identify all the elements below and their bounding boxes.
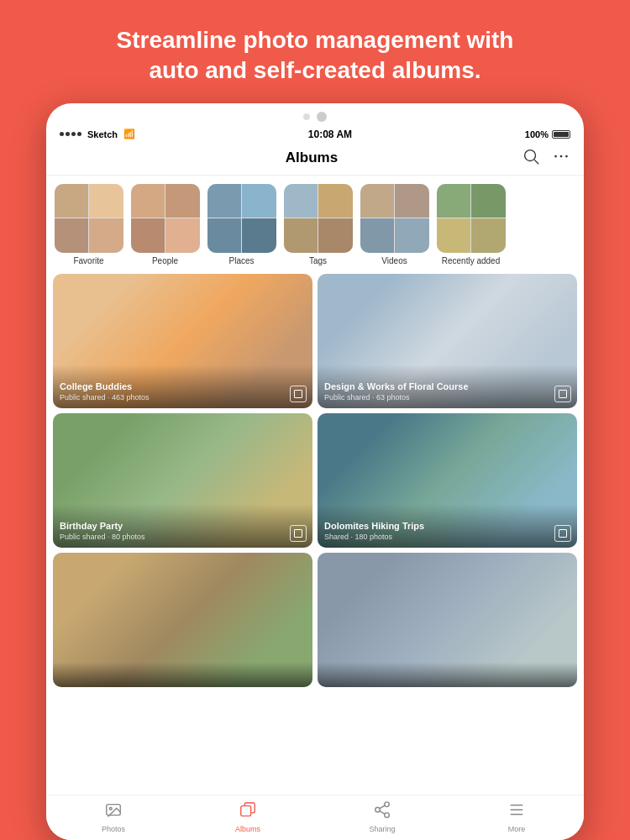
category-label-places: Places [228, 256, 254, 265]
signal-dots [60, 132, 81, 136]
album-title-design: Design & Works of Floral Course [324, 381, 570, 391]
album-overlay-design: Design & Works of Floral Course Public s… [318, 365, 577, 408]
album-card-design[interactable]: Design & Works of Floral Course Public s… [318, 274, 577, 408]
album-overlay-couple [318, 662, 577, 687]
thumb-cell [318, 184, 353, 218]
album-title-dolomites: Dolomites Hiking Trips [324, 521, 570, 531]
album-title-college: College Buddies [60, 381, 306, 391]
category-thumb-recently-added [437, 184, 506, 253]
album-overlay-birthday: Birthday Party Public shared · 80 photos [53, 504, 312, 548]
bottom-nav-sharing[interactable]: Sharing [357, 801, 407, 833]
svg-line-1 [534, 160, 538, 164]
device-frame: Sketch 📶 10:08 AM 100% Albums [46, 103, 584, 840]
thumb-cell [131, 218, 165, 253]
search-icon[interactable] [522, 147, 540, 170]
album-categories: Favorite People Places [46, 176, 584, 274]
thumb-cell [89, 218, 123, 253]
bottom-nav-photos[interactable]: Photos [88, 801, 139, 833]
status-time: 10:08 AM [308, 129, 352, 140]
category-people[interactable]: People [129, 184, 201, 265]
signal-dot [71, 132, 76, 136]
svg-line-8 [380, 811, 385, 814]
battery-bar [552, 130, 570, 139]
category-recently-added[interactable]: Recently added [435, 184, 507, 265]
album-overlay-college: College Buddies Public shared · 463 phot… [53, 365, 312, 408]
album-card-dolomites[interactable]: Dolomites Hiking Trips Shared · 180 phot… [318, 413, 577, 548]
bottom-nav-more[interactable]: More [491, 801, 542, 833]
albums-icon [239, 801, 257, 823]
thumb-cell [318, 218, 353, 253]
device-camera-row [46, 103, 584, 127]
category-favorite[interactable]: Favorite [53, 184, 124, 265]
thumb-cell [55, 218, 89, 253]
battery-label: 100% [525, 129, 549, 139]
thumb-cell [437, 184, 471, 218]
category-tags[interactable]: Tags [282, 184, 354, 265]
svg-line-9 [380, 806, 385, 809]
camera-dot-1 [303, 113, 310, 120]
category-label-recently-added: Recently added [442, 256, 501, 265]
album-title-birthday: Birthday Party [60, 521, 306, 531]
camera-dot-2 [317, 112, 327, 122]
album-meta-dolomites: Shared · 180 photos [324, 533, 570, 541]
album-overlay-dolomites: Dolomites Hiking Trips Shared · 180 phot… [318, 504, 577, 548]
category-thumb-places [207, 184, 276, 253]
thumb-cell [437, 218, 471, 253]
thumb-cell [55, 184, 89, 218]
album-meta-birthday: Public shared · 80 photos [60, 533, 306, 541]
album-card-deer[interactable] [53, 553, 312, 687]
category-label-tags: Tags [309, 256, 327, 265]
photos-icon [104, 801, 123, 823]
albums-label: Albums [235, 825, 260, 833]
thumb-cell [207, 218, 242, 253]
thumb-cell [284, 218, 318, 253]
category-thumb-people [131, 184, 200, 253]
album-card-college[interactable]: College Buddies Public shared · 463 phot… [53, 274, 312, 408]
nav-icons [522, 147, 570, 170]
svg-point-6 [109, 807, 112, 810]
status-right: 100% [525, 129, 570, 139]
thumb-cell [165, 218, 200, 253]
carrier-label: Sketch [87, 129, 118, 139]
status-left: Sketch 📶 [60, 129, 135, 139]
nav-title: Albums [286, 150, 338, 166]
signal-dot [66, 132, 70, 136]
thumb-cell [471, 218, 506, 253]
thumb-cell [395, 218, 429, 253]
category-thumb-favorite [55, 184, 123, 253]
thumb-cell [395, 184, 429, 218]
album-card-couple[interactable] [318, 553, 577, 687]
sharing-label: Sharing [369, 825, 395, 833]
album-overlay-deer [53, 662, 312, 687]
thumb-cell [471, 184, 506, 218]
thumb-cell [207, 184, 242, 218]
thumb-cell [165, 184, 200, 218]
more-icon[interactable] [552, 147, 570, 170]
app-content: Favorite People Places [46, 176, 584, 795]
album-card-birthday[interactable]: Birthday Party Public shared · 80 photos [53, 413, 312, 548]
album-select-icon-design [554, 386, 571, 402]
headline: Streamline photo management with auto an… [66, 0, 564, 103]
sharing-icon [373, 801, 391, 823]
category-thumb-videos [360, 184, 429, 253]
bottom-nav: Photos Albums Sharing [46, 795, 584, 840]
photos-label: Photos [102, 825, 125, 833]
svg-point-4 [565, 155, 568, 157]
headline-line1: Streamline photo management with [117, 27, 514, 53]
category-videos[interactable]: Videos [359, 184, 430, 265]
category-label-favorite: Favorite [73, 256, 103, 265]
album-select-icon-birthday [290, 525, 307, 542]
thumb-cell [284, 184, 318, 218]
more-nav-icon [507, 801, 526, 823]
thumb-cell [360, 184, 395, 218]
battery-fill [554, 132, 569, 137]
category-places[interactable]: Places [206, 184, 277, 265]
album-meta-college: Public shared · 463 photos [60, 393, 306, 402]
thumb-cell [360, 218, 395, 253]
category-thumb-tags [284, 184, 353, 253]
more-label: More [508, 825, 526, 833]
headline-line2: auto and self-created albums. [149, 57, 480, 83]
svg-point-2 [554, 155, 557, 157]
bottom-nav-albums[interactable]: Albums [223, 801, 273, 833]
thumb-cell [131, 184, 165, 218]
